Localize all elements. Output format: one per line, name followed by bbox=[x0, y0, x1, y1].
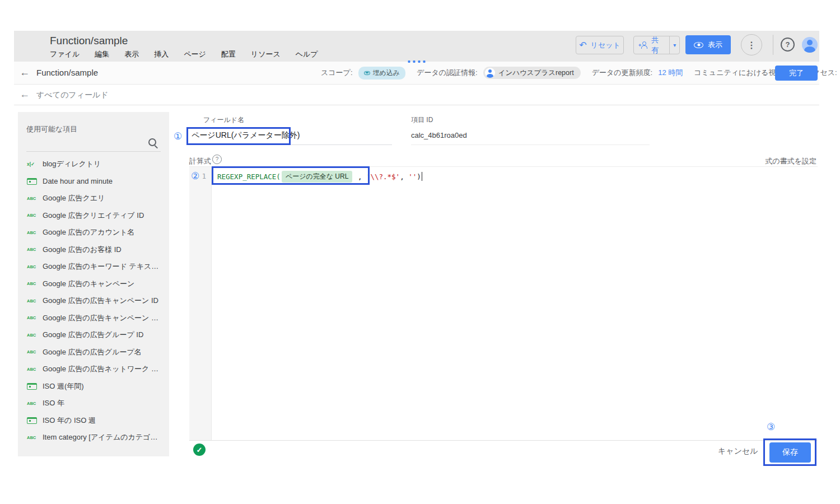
field-label: Item category [アイテムのカテゴ… bbox=[43, 432, 157, 442]
field-label: Google 広告の広告グループ ID bbox=[43, 330, 143, 340]
field-list-item[interactable]: Date hour and minute bbox=[18, 173, 169, 190]
field-list-item[interactable]: Google 広告の広告キャンペーン … bbox=[18, 310, 169, 327]
field-list-item[interactable]: Google 広告のお客様 ID bbox=[18, 241, 169, 259]
field-label: blogディレクトリ bbox=[43, 159, 101, 169]
share-label: 共有 bbox=[649, 35, 660, 55]
field-list-item[interactable]: ISO 年の ISO 週 bbox=[18, 412, 169, 430]
field-list-item[interactable]: ISO 年 bbox=[18, 395, 169, 412]
check-icon: ✓ bbox=[197, 446, 203, 454]
field-list-item[interactable]: Google 広告クエリ bbox=[18, 190, 169, 207]
field-label: Google 広告の広告キャンペーン ID bbox=[43, 296, 158, 306]
auth-pill[interactable]: インハウスプラスreport bbox=[483, 67, 581, 79]
available-fields-title: 使用可能な項目 bbox=[26, 124, 77, 134]
user-avatar[interactable] bbox=[802, 37, 818, 53]
share-dropdown-caret-icon[interactable]: ▾ bbox=[669, 36, 679, 54]
text-caret bbox=[422, 172, 422, 181]
freshness-value-link[interactable]: 12 時間 bbox=[658, 68, 683, 78]
field-type-icon bbox=[27, 196, 37, 201]
field-label: Google 広告のお客様 ID bbox=[43, 245, 122, 255]
reset-button[interactable]: ↶ リセット bbox=[576, 36, 624, 54]
link-icon bbox=[364, 71, 370, 75]
field-list-item[interactable]: Google 広告の広告キャンペーン ID bbox=[18, 292, 169, 310]
formula-token: '\\?.*$' bbox=[366, 172, 400, 181]
looker-studio-app: Function/sample ファイル編集表示挿入ページ配置リソースヘルプ ↶… bbox=[0, 0, 840, 504]
scope-value: 埋め込み bbox=[373, 68, 400, 78]
search-underline bbox=[26, 151, 161, 152]
share-button[interactable]: + 共有 ▾ bbox=[633, 36, 680, 54]
back-to-fields-arrow-icon[interactable]: ← bbox=[20, 89, 30, 99]
menu-item[interactable]: ヘルプ bbox=[296, 49, 318, 59]
field-list-item[interactable]: ISO 週(年間) bbox=[18, 378, 169, 395]
menu-item[interactable]: 挿入 bbox=[154, 49, 169, 59]
menu-item[interactable]: リソース bbox=[251, 49, 281, 59]
field-list-item[interactable] bbox=[18, 446, 169, 464]
auth-value: インハウスプラスreport bbox=[498, 68, 574, 78]
field-label: Google 広告クエリ bbox=[43, 193, 105, 203]
field-type-icon bbox=[27, 349, 37, 354]
back-arrow-icon[interactable]: ← bbox=[20, 67, 30, 77]
formula-token: , bbox=[353, 172, 366, 181]
field-list-item[interactable]: Item category [アイテムのカテゴ… bbox=[18, 429, 169, 446]
field-type-icon bbox=[27, 264, 37, 269]
field-type-icon bbox=[27, 417, 37, 424]
help-button[interactable]: ? bbox=[781, 38, 795, 52]
menu-bar: ファイル編集表示挿入ページ配置リソースヘルプ bbox=[50, 49, 318, 59]
report-title[interactable]: Function/sample bbox=[50, 35, 128, 47]
field-type-icon bbox=[27, 298, 37, 304]
menu-item[interactable]: ファイル bbox=[50, 49, 80, 59]
formula-token: REGEXP_REPLACE( bbox=[217, 172, 281, 181]
cancel-button[interactable]: キャンセル bbox=[718, 446, 758, 456]
field-list-item[interactable]: Google 広告のキーワード テキス… bbox=[18, 258, 169, 276]
format-expression-link[interactable]: 式の書式を設定 bbox=[765, 156, 816, 166]
more-options-button[interactable]: ⋮ bbox=[741, 34, 762, 55]
field-id-label: 項目 ID bbox=[411, 115, 433, 125]
view-button[interactable]: 表示 bbox=[685, 35, 731, 54]
formula-help-icon[interactable]: ? bbox=[212, 155, 222, 164]
formula-label: 計算式 bbox=[189, 156, 211, 166]
formula-valid-icon: ✓ bbox=[193, 444, 206, 456]
menu-item[interactable]: 表示 bbox=[124, 49, 139, 59]
field-label: Date hour and minute bbox=[43, 177, 113, 185]
field-list-item[interactable]: Google 広告クリエイティブ ID bbox=[18, 207, 169, 225]
field-type-icon bbox=[27, 367, 37, 372]
field-label: Google 広告の広告グループ名 bbox=[43, 347, 142, 357]
menu-item[interactable]: ページ bbox=[184, 49, 206, 59]
field-label: Google 広告クリエイティブ ID bbox=[43, 211, 144, 221]
scope-label: スコープ: bbox=[321, 68, 353, 78]
menu-item[interactable]: 編集 bbox=[95, 49, 109, 59]
field-list-item[interactable]: Google 広告の広告グループ名 bbox=[18, 344, 169, 361]
search-icon[interactable] bbox=[148, 138, 158, 148]
annotation-number-2: ② bbox=[191, 170, 199, 182]
field-list-item[interactable]: Google 広告の広告グループ ID bbox=[18, 326, 169, 344]
save-button[interactable]: 保存 bbox=[769, 442, 811, 463]
field-label: ISO 年の ISO 週 bbox=[43, 416, 96, 426]
field-list: blogディレクトリ Date hour and minute Google 広… bbox=[18, 156, 169, 463]
formula-editor[interactable]: 1 REGEXP_REPLACE(ページの完全な URL , '\\?.*$',… bbox=[189, 166, 818, 441]
editor-gutter: 1 bbox=[189, 167, 212, 440]
kebab-icon: ⋮ bbox=[747, 40, 756, 50]
eye-icon bbox=[694, 42, 703, 48]
menu-item[interactable]: 配置 bbox=[221, 49, 236, 59]
question-icon: ? bbox=[216, 156, 219, 162]
field-type-icon bbox=[27, 247, 37, 252]
field-list-item[interactable]: blogディレクトリ bbox=[18, 156, 169, 173]
annotation-number-1: ① bbox=[174, 130, 182, 142]
field-list-item[interactable]: Google 広告のアカウント名 bbox=[18, 224, 169, 241]
field-label: Google 広告の広告ネットワーク … bbox=[43, 364, 158, 374]
field-type-icon bbox=[27, 315, 37, 320]
field-type-icon bbox=[27, 230, 37, 235]
formula-token: '' bbox=[408, 172, 417, 181]
done-button[interactable]: 完了 bbox=[775, 66, 818, 81]
field-label: ISO 週(年間) bbox=[43, 381, 84, 391]
undo-icon: ↶ bbox=[579, 41, 586, 50]
field-type-icon bbox=[27, 178, 37, 185]
field-list-item[interactable]: Google 広告の広告ネットワーク … bbox=[18, 361, 169, 378]
field-list-item[interactable]: Google 広告のキャンペーン bbox=[18, 276, 169, 293]
formula-token: ページの完全な URL bbox=[282, 171, 352, 183]
field-label: Google 広告のキャンペーン bbox=[43, 279, 134, 289]
available-fields-panel: 使用可能な項目 blogディレクトリ Date hour and minute … bbox=[18, 112, 169, 456]
scope-pill[interactable]: 埋め込み bbox=[358, 67, 406, 80]
formula-line[interactable]: REGEXP_REPLACE(ページの完全な URL , '\\?.*$', '… bbox=[217, 170, 422, 183]
all-fields-label[interactable]: すべてのフィールド bbox=[36, 90, 109, 100]
field-name-input[interactable]: ページURL(パラメーター除外) bbox=[192, 130, 300, 141]
